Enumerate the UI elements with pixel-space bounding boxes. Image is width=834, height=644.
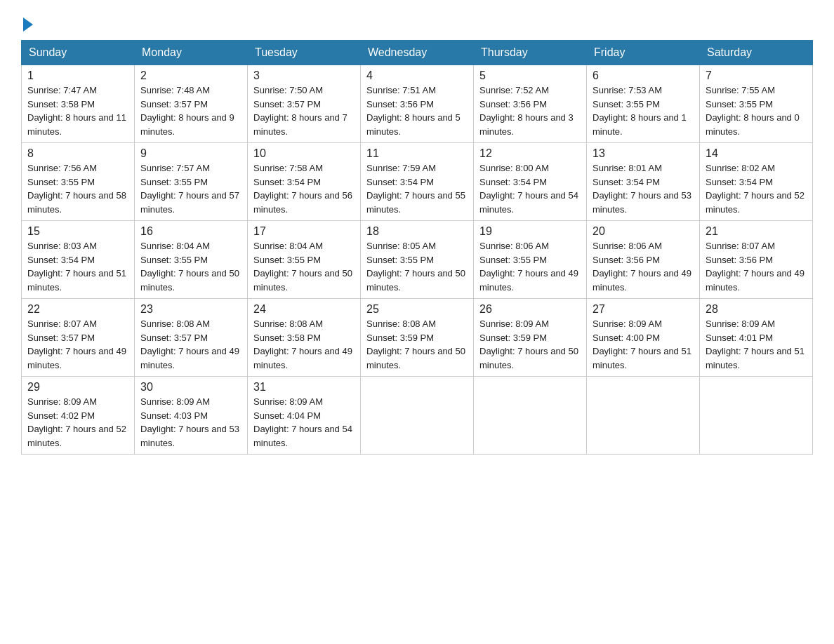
day-info: Sunrise: 8:09 AMSunset: 4:01 PMDaylight:…: [706, 317, 807, 372]
calendar-cell: 26Sunrise: 8:09 AMSunset: 3:59 PMDayligh…: [474, 299, 587, 377]
calendar-cell: 3Sunrise: 7:50 AMSunset: 3:57 PMDaylight…: [248, 65, 361, 143]
week-row-2: 8Sunrise: 7:56 AMSunset: 3:55 PMDaylight…: [22, 143, 813, 221]
day-info: Sunrise: 7:59 AMSunset: 3:54 PMDaylight:…: [366, 161, 468, 216]
day-info: Sunrise: 8:08 AMSunset: 3:57 PMDaylight:…: [140, 317, 241, 372]
calendar-cell: 4Sunrise: 7:51 AMSunset: 3:56 PMDaylight…: [361, 65, 474, 143]
calendar-cell: 10Sunrise: 7:58 AMSunset: 3:54 PMDayligh…: [248, 143, 361, 221]
calendar-cell: 17Sunrise: 8:04 AMSunset: 3:55 PMDayligh…: [248, 221, 361, 299]
calendar-cell: [474, 377, 587, 455]
day-info: Sunrise: 8:01 AMSunset: 3:54 PMDaylight:…: [593, 161, 694, 216]
calendar-cell: 9Sunrise: 7:57 AMSunset: 3:55 PMDaylight…: [135, 143, 248, 221]
day-number: 5: [479, 69, 581, 82]
calendar-cell: [361, 377, 474, 455]
day-info: Sunrise: 7:47 AMSunset: 3:58 PMDaylight:…: [27, 83, 128, 138]
calendar-cell: 30Sunrise: 8:09 AMSunset: 4:03 PMDayligh…: [135, 377, 248, 455]
day-info: Sunrise: 7:58 AMSunset: 3:54 PMDaylight:…: [253, 161, 355, 216]
day-info: Sunrise: 7:51 AMSunset: 3:56 PMDaylight:…: [366, 83, 468, 138]
day-number: 29: [27, 381, 128, 394]
calendar-cell: 20Sunrise: 8:06 AMSunset: 3:56 PMDayligh…: [587, 221, 700, 299]
calendar-cell: 27Sunrise: 8:09 AMSunset: 4:00 PMDayligh…: [587, 299, 700, 377]
calendar-cell: 12Sunrise: 8:00 AMSunset: 3:54 PMDayligh…: [474, 143, 587, 221]
day-info: Sunrise: 7:56 AMSunset: 3:55 PMDaylight:…: [27, 161, 128, 216]
day-info: Sunrise: 8:09 AMSunset: 4:04 PMDaylight:…: [253, 395, 355, 450]
calendar-cell: 19Sunrise: 8:06 AMSunset: 3:55 PMDayligh…: [474, 221, 587, 299]
day-number: 4: [366, 69, 468, 82]
day-number: 7: [706, 69, 807, 82]
day-info: Sunrise: 8:05 AMSunset: 3:55 PMDaylight:…: [366, 239, 468, 294]
calendar-cell: 11Sunrise: 7:59 AMSunset: 3:54 PMDayligh…: [361, 143, 474, 221]
week-row-1: 1Sunrise: 7:47 AMSunset: 3:58 PMDaylight…: [22, 65, 813, 143]
calendar-cell: 1Sunrise: 7:47 AMSunset: 3:58 PMDaylight…: [22, 65, 135, 143]
calendar-cell: 23Sunrise: 8:08 AMSunset: 3:57 PMDayligh…: [135, 299, 248, 377]
calendar-cell: 22Sunrise: 8:07 AMSunset: 3:57 PMDayligh…: [22, 299, 135, 377]
day-info: Sunrise: 7:48 AMSunset: 3:57 PMDaylight:…: [140, 83, 241, 138]
column-header-thursday: Thursday: [474, 41, 587, 65]
day-info: Sunrise: 8:04 AMSunset: 3:55 PMDaylight:…: [253, 239, 355, 294]
calendar-cell: 31Sunrise: 8:09 AMSunset: 4:04 PMDayligh…: [248, 377, 361, 455]
day-info: Sunrise: 8:09 AMSunset: 4:00 PMDaylight:…: [593, 317, 694, 372]
day-number: 8: [27, 147, 128, 160]
calendar-header: SundayMondayTuesdayWednesdayThursdayFrid…: [22, 41, 813, 65]
column-header-saturday: Saturday: [700, 41, 813, 65]
day-number: 14: [706, 147, 807, 160]
page-header: [21, 14, 813, 33]
calendar-cell: 24Sunrise: 8:08 AMSunset: 3:58 PMDayligh…: [248, 299, 361, 377]
calendar-cell: 29Sunrise: 8:09 AMSunset: 4:02 PMDayligh…: [22, 377, 135, 455]
day-number: 13: [593, 147, 694, 160]
day-number: 12: [479, 147, 581, 160]
day-number: 15: [27, 225, 128, 238]
day-number: 18: [366, 225, 468, 238]
day-number: 24: [253, 303, 355, 316]
calendar-cell: 18Sunrise: 8:05 AMSunset: 3:55 PMDayligh…: [361, 221, 474, 299]
calendar-cell: 16Sunrise: 8:04 AMSunset: 3:55 PMDayligh…: [135, 221, 248, 299]
day-number: 28: [706, 303, 807, 316]
calendar-body: 1Sunrise: 7:47 AMSunset: 3:58 PMDaylight…: [22, 65, 813, 455]
week-row-5: 29Sunrise: 8:09 AMSunset: 4:02 PMDayligh…: [22, 377, 813, 455]
day-info: Sunrise: 7:52 AMSunset: 3:56 PMDaylight:…: [479, 83, 581, 138]
calendar-cell: [700, 377, 813, 455]
day-number: 27: [593, 303, 694, 316]
day-number: 11: [366, 147, 468, 160]
day-info: Sunrise: 8:03 AMSunset: 3:54 PMDaylight:…: [27, 239, 128, 294]
day-number: 16: [140, 225, 241, 238]
day-number: 31: [253, 381, 355, 394]
day-number: 30: [140, 381, 241, 394]
logo: [21, 18, 33, 33]
day-info: Sunrise: 8:09 AMSunset: 4:03 PMDaylight:…: [140, 395, 241, 450]
week-row-3: 15Sunrise: 8:03 AMSunset: 3:54 PMDayligh…: [22, 221, 813, 299]
day-info: Sunrise: 8:08 AMSunset: 3:59 PMDaylight:…: [366, 317, 468, 372]
calendar-cell: 7Sunrise: 7:55 AMSunset: 3:55 PMDaylight…: [700, 65, 813, 143]
column-header-sunday: Sunday: [22, 41, 135, 65]
day-number: 17: [253, 225, 355, 238]
day-info: Sunrise: 8:09 AMSunset: 3:59 PMDaylight:…: [479, 317, 581, 372]
day-number: 26: [479, 303, 581, 316]
column-header-monday: Monday: [135, 41, 248, 65]
day-number: 19: [479, 225, 581, 238]
week-row-4: 22Sunrise: 8:07 AMSunset: 3:57 PMDayligh…: [22, 299, 813, 377]
day-number: 6: [593, 69, 694, 82]
calendar-cell: 2Sunrise: 7:48 AMSunset: 3:57 PMDaylight…: [135, 65, 248, 143]
calendar-cell: 14Sunrise: 8:02 AMSunset: 3:54 PMDayligh…: [700, 143, 813, 221]
day-number: 20: [593, 225, 694, 238]
day-number: 23: [140, 303, 241, 316]
calendar-cell: [587, 377, 700, 455]
logo-triangle-icon: [23, 18, 33, 32]
calendar-cell: 13Sunrise: 8:01 AMSunset: 3:54 PMDayligh…: [587, 143, 700, 221]
header-row: SundayMondayTuesdayWednesdayThursdayFrid…: [22, 41, 813, 65]
day-number: 25: [366, 303, 468, 316]
day-info: Sunrise: 8:09 AMSunset: 4:02 PMDaylight:…: [27, 395, 128, 450]
day-info: Sunrise: 7:55 AMSunset: 3:55 PMDaylight:…: [706, 83, 807, 138]
calendar-cell: 5Sunrise: 7:52 AMSunset: 3:56 PMDaylight…: [474, 65, 587, 143]
calendar-table: SundayMondayTuesdayWednesdayThursdayFrid…: [21, 40, 813, 455]
day-number: 21: [706, 225, 807, 238]
day-number: 9: [140, 147, 241, 160]
day-info: Sunrise: 8:07 AMSunset: 3:56 PMDaylight:…: [706, 239, 807, 294]
day-info: Sunrise: 8:02 AMSunset: 3:54 PMDaylight:…: [706, 161, 807, 216]
day-info: Sunrise: 7:53 AMSunset: 3:55 PMDaylight:…: [593, 83, 694, 138]
calendar-cell: 8Sunrise: 7:56 AMSunset: 3:55 PMDaylight…: [22, 143, 135, 221]
logo-blue-text: [21, 18, 33, 33]
day-info: Sunrise: 8:06 AMSunset: 3:55 PMDaylight:…: [479, 239, 581, 294]
calendar-cell: 15Sunrise: 8:03 AMSunset: 3:54 PMDayligh…: [22, 221, 135, 299]
day-info: Sunrise: 7:50 AMSunset: 3:57 PMDaylight:…: [253, 83, 355, 138]
day-number: 1: [27, 69, 128, 82]
